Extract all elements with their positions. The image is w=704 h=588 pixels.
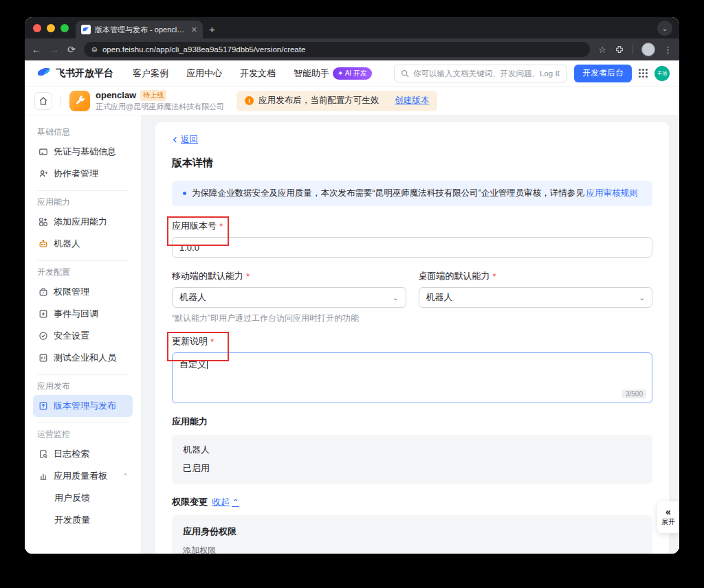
- header-search[interactable]: [394, 65, 567, 82]
- ai-dev-badge: ✦ AI 开发: [333, 67, 372, 80]
- sidebar-section-capability: 应用能力: [37, 196, 129, 208]
- sidebar-item-events[interactable]: 事件与回调: [33, 303, 133, 325]
- site-header: 飞书开放平台 客户案例 应用中心 开发文档 智能助手 ✦ AI 开发 开发者后台…: [25, 60, 679, 87]
- notes-label: 更新说明: [172, 335, 208, 348]
- chevron-up-icon[interactable]: ⌃: [122, 473, 128, 479]
- log-search-icon: [38, 449, 48, 460]
- char-counter: 3/500: [622, 389, 646, 398]
- version-field: 应用版本号*: [172, 220, 652, 258]
- sidebar-item-bot[interactable]: 机器人: [33, 233, 133, 255]
- create-version-link[interactable]: 创建版本: [395, 95, 429, 106]
- sidebar-divider: [36, 422, 129, 423]
- close-window-button[interactable]: [33, 24, 41, 32]
- shield-check-icon: [38, 331, 48, 341]
- browser-profile-avatar[interactable]: [641, 43, 655, 56]
- desktop-capability-select[interactable]: 机器人 ⌄: [419, 287, 653, 308]
- capability-panel: 机器人 已启用: [172, 435, 652, 484]
- sidebar-item-test-org[interactable]: 测试企业和人员: [33, 347, 133, 369]
- sidebar-divider: [36, 190, 129, 191]
- toolbar-divider: [632, 45, 633, 54]
- sidebar-item-quality-dashboard[interactable]: 应用质量看板 ⌃: [33, 465, 133, 487]
- apps-grid-icon[interactable]: [639, 69, 648, 78]
- new-tab-button[interactable]: +: [209, 23, 215, 35]
- expand-label: 展开: [661, 517, 675, 527]
- version-input[interactable]: [172, 237, 652, 258]
- sidebar-item-version-management[interactable]: 版本管理与发布: [33, 395, 133, 417]
- chevron-up-icon: ⌃: [232, 497, 239, 508]
- bullet-dot-icon: [183, 192, 186, 195]
- permission-icon: [38, 287, 48, 297]
- tab-search-chevron-icon[interactable]: ⌄: [657, 21, 672, 36]
- user-avatar[interactable]: 丰旭: [654, 66, 670, 81]
- window-controls: [25, 17, 76, 38]
- notice-text: 为保障企业数据安全及应用质量，本次发布需要“昆明巫师魔法科技有限公司”企业管理员…: [192, 188, 584, 198]
- capability-hint: “默认能力”即用户通过工作台访问应用时打开的功能: [172, 313, 406, 324]
- expand-panel-button[interactable]: « 展开: [657, 501, 679, 533]
- browser-tab[interactable]: 版本管理与发布 - openclaw - ✕: [76, 21, 203, 38]
- nav-customer-cases[interactable]: 客户案例: [133, 67, 168, 80]
- permission-subtitle: 添加权限: [183, 545, 641, 554]
- wrench-icon: [74, 95, 86, 106]
- feishu-brand[interactable]: 飞书开放平台: [37, 67, 113, 80]
- credential-icon: [38, 147, 48, 157]
- nav-app-center[interactable]: 应用中心: [186, 67, 222, 80]
- app-avatar: [69, 91, 90, 111]
- version-label: 应用版本号: [172, 220, 217, 232]
- event-callback-icon: [38, 309, 48, 319]
- sidebar-item-credentials[interactable]: 凭证与基础信息: [33, 141, 133, 163]
- search-input[interactable]: [413, 69, 560, 78]
- code-box-icon: [38, 353, 48, 363]
- tab-title: 版本管理与发布 - openclaw -: [95, 25, 187, 35]
- nav-dev-docs[interactable]: 开发文档: [240, 67, 276, 80]
- tab-close-icon[interactable]: ✕: [191, 25, 197, 34]
- home-icon: [38, 96, 48, 106]
- double-chevron-left-icon: «: [666, 508, 671, 516]
- sidebar-item-permissions[interactable]: 权限管理: [33, 281, 133, 303]
- page-title: 版本详情: [172, 157, 652, 170]
- reload-button[interactable]: ⟳: [67, 44, 76, 55]
- publish-warning-banner: ! 应用发布后，当前配置方可生效 创建版本: [236, 91, 437, 111]
- back-link[interactable]: 返回: [172, 134, 198, 146]
- forward-button[interactable]: →: [50, 44, 59, 55]
- permission-group-title: 应用身份权限: [183, 525, 641, 538]
- sidebar-item-security[interactable]: 安全设置: [33, 325, 133, 347]
- feishu-favicon-icon: [81, 25, 91, 34]
- sidebar-item-log-search[interactable]: 日志检索: [33, 443, 133, 465]
- sidebar-section-dev-config: 开发配置: [37, 267, 129, 278]
- sidebar-item-collaborators[interactable]: 协作者管理: [33, 163, 133, 185]
- home-button[interactable]: [34, 92, 52, 110]
- review-notice-banner: 为保障企业数据安全及应用质量，本次发布需要“昆明巫师魔法科技有限公司”企业管理员…: [172, 181, 652, 206]
- collapse-link[interactable]: 收起⌃: [212, 496, 239, 508]
- extensions-icon[interactable]: [615, 45, 624, 54]
- minimize-window-button[interactable]: [47, 24, 55, 32]
- text-caret: [207, 360, 208, 369]
- search-icon: [401, 69, 409, 78]
- notes-textarea[interactable]: 自定义 3/500: [172, 352, 652, 403]
- warning-text: 应用发布后，当前配置方可生效: [258, 95, 379, 106]
- address-bar[interactable]: ⊜ open.feishu.cn/app/cli_a938ea9a5179dbb…: [84, 42, 591, 57]
- sidebar-item-add-capability[interactable]: 添加应用能力: [33, 211, 133, 233]
- browser-tabstrip: 版本管理与发布 - openclaw - ✕ + ⌄: [25, 17, 679, 38]
- sidebar-item-user-feedback[interactable]: 用户反馈: [33, 487, 133, 509]
- sidebar-item-dev-quality[interactable]: 开发质量: [33, 509, 133, 531]
- version-detail-card: 返回 版本详情 为保障企业数据安全及应用质量，本次发布需要“昆明巫师魔法科技有限…: [155, 122, 669, 554]
- app-header: openclaw 待上线 正式应用@昆明巫师魔法科技有限公司 ! 应用发布后，当…: [25, 87, 679, 115]
- sparkle-icon: ✦: [338, 69, 343, 77]
- capability-section-title: 应用能力: [172, 416, 652, 428]
- robot-icon: [38, 239, 48, 249]
- sidebar-section-monitoring: 运营监控: [37, 429, 129, 440]
- back-button[interactable]: ←: [32, 44, 41, 55]
- chevron-down-icon: ⌄: [639, 294, 645, 302]
- review-rules-link[interactable]: 应用审核规则: [586, 188, 638, 198]
- browser-menu-icon[interactable]: ⋮: [663, 45, 672, 55]
- bookmark-star-icon[interactable]: ☆: [598, 45, 606, 55]
- maximize-window-button[interactable]: [60, 24, 69, 32]
- sidebar: 基础信息 凭证与基础信息 协作者管理 应用能力 添加应用能力 机器人: [25, 115, 142, 554]
- site-settings-icon[interactable]: ⊜: [91, 45, 98, 54]
- permission-change-title: 权限变更: [172, 496, 208, 508]
- mobile-capability-select[interactable]: 机器人 ⌄: [172, 287, 406, 308]
- sidebar-divider: [36, 374, 129, 375]
- browser-window: 版本管理与发布 - openclaw - ✕ + ⌄ ← → ⟳ ⊜ open.…: [25, 17, 679, 554]
- nav-ai-assistant[interactable]: 智能助手 ✦ AI 开发: [294, 67, 372, 80]
- developer-console-button[interactable]: 开发者后台: [574, 65, 632, 82]
